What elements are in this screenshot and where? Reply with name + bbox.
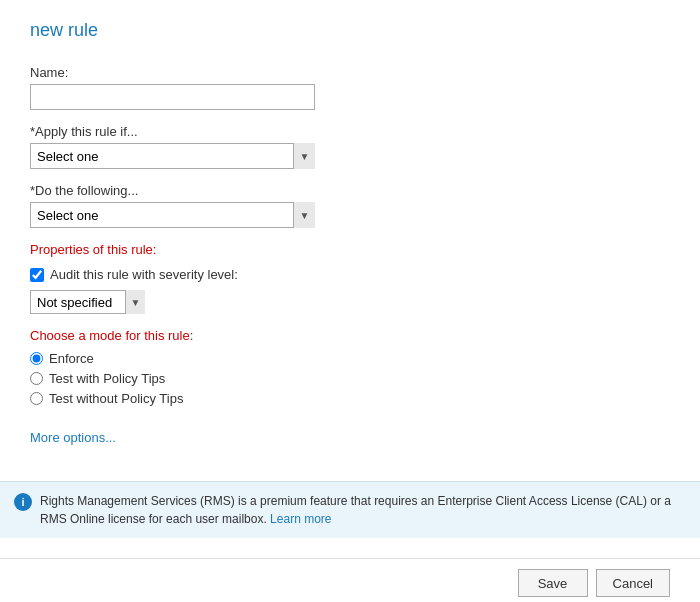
page-container: new rule Name: *Apply this rule if... Se… [0,0,700,481]
radio-test-without-tips[interactable] [30,392,43,405]
do-following-select[interactable]: Select one [30,202,315,228]
properties-section: Properties of this rule: Audit this rule… [30,242,670,406]
audit-checkbox-row: Audit this rule with severity level: [30,267,670,282]
apply-rule-section: *Apply this rule if... Select one ▼ [30,124,670,169]
severity-select-wrapper: Not specified Low Medium High ▼ [30,290,145,314]
do-following-label: *Do the following... [30,183,670,198]
radio-test-without-tips-label: Test without Policy Tips [49,391,183,406]
name-section: Name: [30,65,670,110]
choose-mode-label: Choose a mode for this rule: [30,328,670,343]
properties-label: Properties of this rule: [30,242,670,257]
radio-test-with-tips-label: Test with Policy Tips [49,371,165,386]
info-banner: i Rights Management Services (RMS) is a … [0,481,700,538]
audit-checkbox-label: Audit this rule with severity level: [50,267,238,282]
info-text: Rights Management Services (RMS) is a pr… [40,492,686,528]
apply-rule-select[interactable]: Select one [30,143,315,169]
radio-enforce[interactable] [30,352,43,365]
radio-row-enforce: Enforce [30,351,670,366]
severity-select[interactable]: Not specified Low Medium High [30,290,145,314]
learn-more-link[interactable]: Learn more [270,512,331,526]
cancel-button[interactable]: Cancel [596,569,670,597]
do-following-select-wrapper: Select one ▼ [30,202,315,228]
name-label: Name: [30,65,670,80]
apply-rule-label: *Apply this rule if... [30,124,670,139]
severity-row: Not specified Low Medium High ▼ [30,290,670,314]
page-title: new rule [30,20,670,41]
footer-buttons: Save Cancel [0,558,700,602]
more-options-link[interactable]: More options... [30,430,116,445]
radio-enforce-label: Enforce [49,351,94,366]
radio-row-test-without-tips: Test without Policy Tips [30,391,670,406]
radio-row-test-with-tips: Test with Policy Tips [30,371,670,386]
do-following-section: *Do the following... Select one ▼ [30,183,670,228]
apply-rule-select-wrapper: Select one ▼ [30,143,315,169]
audit-checkbox[interactable] [30,268,44,282]
info-message: Rights Management Services (RMS) is a pr… [40,494,671,526]
name-input[interactable] [30,84,315,110]
save-button[interactable]: Save [518,569,588,597]
info-icon: i [14,493,32,511]
radio-test-with-tips[interactable] [30,372,43,385]
